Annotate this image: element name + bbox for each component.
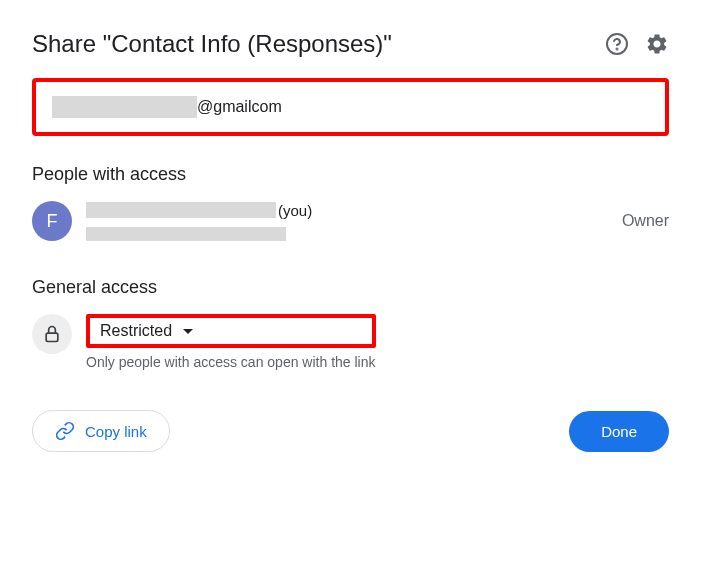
access-description: Only people with access can open with th… <box>86 354 376 370</box>
access-row: Restricted Only people with access can o… <box>32 314 669 370</box>
chevron-down-icon <box>182 322 194 340</box>
owner-role: Owner <box>622 212 669 230</box>
dialog-title: Share "Contact Info (Responses)" <box>32 30 392 58</box>
header-actions <box>605 32 669 56</box>
owner-name-line: (you) <box>86 202 312 219</box>
you-label: (you) <box>278 202 312 219</box>
redacted-owner-email <box>86 227 286 241</box>
access-info: Restricted Only people with access can o… <box>86 314 376 370</box>
owner-details: (you) <box>86 202 312 241</box>
done-button[interactable]: Done <box>569 411 669 452</box>
add-people-input[interactable]: @gmailcom <box>32 78 669 136</box>
redacted-email-prefix <box>52 96 197 118</box>
email-suffix: @gmailcom <box>197 98 282 116</box>
copy-link-label: Copy link <box>85 423 147 440</box>
gear-icon <box>645 32 669 56</box>
dialog-header: Share "Contact Info (Responses)" <box>32 30 669 58</box>
help-icon <box>605 32 629 56</box>
owner-info-left: F (you) <box>32 201 312 241</box>
owner-row: F (you) Owner <box>32 201 669 241</box>
dialog-footer: Copy link Done <box>32 410 669 452</box>
lock-icon <box>42 324 62 344</box>
svg-point-1 <box>617 49 618 50</box>
settings-button[interactable] <box>645 32 669 56</box>
dropdown-label: Restricted <box>100 322 172 340</box>
redacted-owner-name <box>86 202 276 218</box>
link-icon <box>55 421 75 441</box>
lock-avatar <box>32 314 72 354</box>
help-button[interactable] <box>605 32 629 56</box>
access-dropdown[interactable]: Restricted <box>86 314 376 348</box>
general-access-heading: General access <box>32 277 669 298</box>
copy-link-button[interactable]: Copy link <box>32 410 170 452</box>
avatar: F <box>32 201 72 241</box>
people-with-access-heading: People with access <box>32 164 669 185</box>
svg-rect-2 <box>46 333 58 341</box>
general-access-section: General access Restricted Only people wi… <box>32 277 669 370</box>
